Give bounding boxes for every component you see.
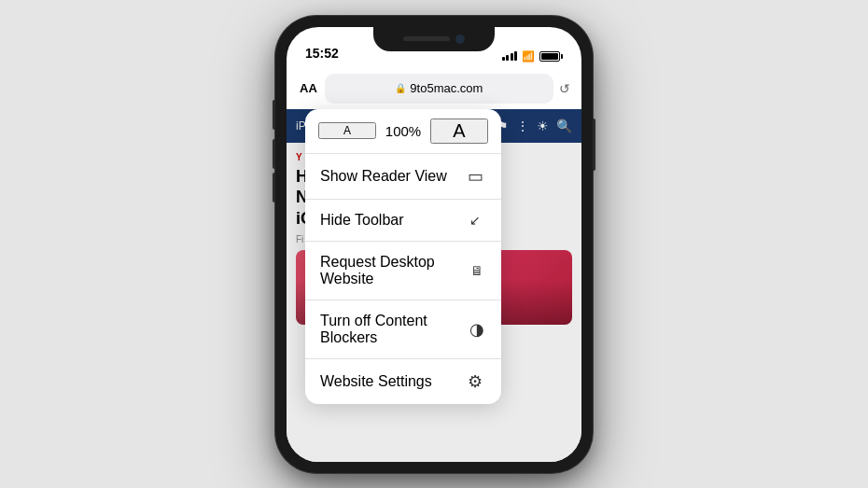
menu-item-hide-toolbar[interactable]: Hide Toolbar ↙ xyxy=(305,200,501,242)
notch xyxy=(373,27,495,51)
menu-item-show-reader[interactable]: Show Reader View ▭ xyxy=(305,154,501,200)
lock-icon: 🔒 xyxy=(395,83,406,93)
hide-toolbar-icon: ↙ xyxy=(464,213,486,228)
show-reader-label: Show Reader View xyxy=(320,168,447,185)
phone-wrapper: 15:52 📶 xyxy=(275,16,593,473)
notch-camera xyxy=(455,35,465,44)
battery-icon xyxy=(539,51,563,62)
desktop-site-label: Request Desktop Website xyxy=(320,254,468,287)
phone-screen: 15:52 📶 xyxy=(287,27,581,462)
address-bar: AA 🔒 9to5mac.com ↺ xyxy=(287,68,581,109)
url-text: 9to5mac.com xyxy=(410,81,483,95)
status-time: 15:52 xyxy=(305,46,339,63)
status-icons: 📶 xyxy=(502,50,564,63)
reader-view-icon: ▭ xyxy=(464,166,486,187)
website-settings-label: Website Settings xyxy=(320,373,432,390)
menu-item-content-blockers[interactable]: Turn off Content Blockers ◑ xyxy=(305,300,501,359)
url-bar[interactable]: 🔒 9to5mac.com xyxy=(325,74,553,104)
content-blockers-label: Turn off Content Blockers xyxy=(320,313,467,346)
font-increase-button[interactable]: A xyxy=(430,119,488,144)
wifi-icon: 📶 xyxy=(522,50,535,63)
font-percent-display: 100% xyxy=(376,123,430,139)
website-settings-icon: ⚙ xyxy=(464,371,486,392)
desktop-icon: 🖥 xyxy=(468,263,486,278)
aa-button[interactable]: AA xyxy=(298,81,319,95)
hide-toolbar-label: Hide Toolbar xyxy=(320,212,404,229)
signal-icon xyxy=(502,51,518,61)
content-blockers-icon: ◑ xyxy=(467,319,486,340)
font-size-row: A 100% A xyxy=(305,109,501,154)
menu-item-desktop-site[interactable]: Request Desktop Website 🖥 xyxy=(305,242,501,300)
reload-button[interactable]: ↺ xyxy=(559,81,570,96)
menu-item-website-settings[interactable]: Website Settings ⚙ xyxy=(305,359,501,404)
font-decrease-button[interactable]: A xyxy=(318,122,376,139)
phone-body: 15:52 📶 xyxy=(275,16,593,473)
font-menu-popup: A 100% A Show Reader View ▭ Hide Toolbar… xyxy=(305,109,501,404)
notch-speaker xyxy=(403,36,450,41)
